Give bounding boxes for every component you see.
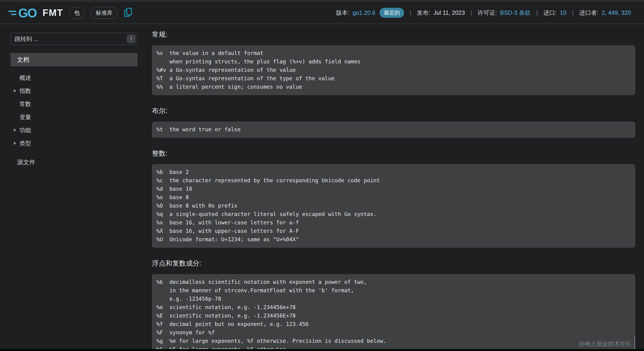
section-heading: 整数: [152,149,635,158]
go-logo-speed-lines-icon [8,9,16,17]
sidebar-item-index[interactable]: 指数 [10,84,138,97]
sidebar-item-constants[interactable]: 常数 [10,97,138,110]
sidebar-item-label: 功能 [20,126,31,134]
version-label: 版本: [336,9,349,17]
imported-by-label: 进口者: [579,9,598,17]
sidebar-item-types[interactable]: 类型 [10,137,138,150]
code-block: %b base 2 %c the character represented b… [152,164,635,248]
code-text: %b decimalless scientific notation with … [156,278,630,351]
published-label: 发布: [417,9,430,17]
published-date: Jul 11, 2023 [434,9,465,16]
expand-arrow-icon [14,128,16,132]
badge-standard-library[interactable]: 标准库 [91,7,118,19]
meta-separator: | [407,9,414,16]
package-meta-bar: 版本: go1.20.6 最近的 | 发布: Jul 11, 2023 | 许可… [336,8,631,18]
header-left-group: GO FMT 包 标准库 [8,7,132,19]
sidebar-item-source-files[interactable]: 源文件 [10,155,138,169]
section-heading: 常规: [152,30,635,39]
package-title: FMT [42,8,63,18]
sidebar-item-label: 变量 [20,113,31,121]
sidebar-item-documentation[interactable]: 文档 [10,53,138,67]
window-bottom-edge [0,349,644,351]
expand-arrow-icon [14,89,16,92]
sidebar-item-label: 概述 [20,74,31,82]
doc-content: 常规: %v the value in a default format whe… [152,24,644,351]
doc-section-boolean: 布尔: %t the word true or false [152,106,635,138]
code-block: %b decimalless scientific notation with … [152,274,635,351]
code-block: %v the value in a default format when pr… [152,45,635,95]
imports-label: 进口: [544,9,557,17]
sidebar-item-label: 指数 [20,87,31,95]
copy-icon [124,8,132,18]
meta-separator: | [534,9,540,16]
jump-to-input[interactable] [10,33,138,45]
license-label: 许可证: [478,9,497,17]
section-heading: 浮点和复数成分: [152,259,635,268]
code-text: %b base 2 %c the character represented b… [156,168,630,244]
copy-path-button[interactable] [124,8,132,18]
scrollbar-thumb[interactable] [634,335,635,349]
doc-section-general: 常规: %v the value in a default format whe… [152,30,635,95]
license-link[interactable]: BSD-3 条款 [500,9,531,17]
imports-count-link[interactable]: 10 [560,9,566,16]
page-body: f 文档 概述 指数 常数 变量 功能 类型 [0,24,644,351]
go-logo-text: GO [18,7,36,19]
doc-section-float-complex: 浮点和复数成分: %b decimalless scientific notat… [152,259,635,351]
imported-by-count-link[interactable]: 2, 449, 320 [602,9,631,16]
jump-to-search-box: f [10,33,138,45]
sidebar-item-label: 类型 [20,139,31,147]
sidebar-item-functions[interactable]: 功能 [10,124,138,137]
sidebar-item-overview[interactable]: 概述 [10,71,138,84]
site-header: GO FMT 包 标准库 版本: go1.20.6 最近的 | 发布: Jul … [0,2,644,24]
shortcut-key-badge: f [127,34,136,43]
code-text: %t the word true or false [156,125,630,134]
meta-separator: | [468,9,474,16]
sidebar-nav: 概述 指数 常数 变量 功能 类型 [10,71,138,150]
latest-version-badge[interactable]: 最近的 [380,8,404,18]
sidebar: f 文档 概述 指数 常数 变量 功能 类型 [0,24,152,351]
code-text: %v the value in a default format when pr… [156,49,630,91]
version-link[interactable]: go1.20.6 [353,9,375,16]
sidebar-item-variables[interactable]: 变量 [10,110,138,124]
go-logo[interactable]: GO [8,7,36,19]
meta-separator: | [570,9,576,16]
section-heading: 布尔: [152,106,635,116]
window-top-edge [0,0,644,2]
code-block: %t the word true or false [152,122,635,138]
sidebar-item-label: 常数 [20,100,31,108]
badge-package[interactable]: 包 [69,7,85,19]
doc-section-integer: 整数: %b base 2 %c the character represent… [152,149,635,248]
watermark-text: @稀土掘金技术社区 [579,340,631,348]
expand-arrow-icon [14,142,16,145]
